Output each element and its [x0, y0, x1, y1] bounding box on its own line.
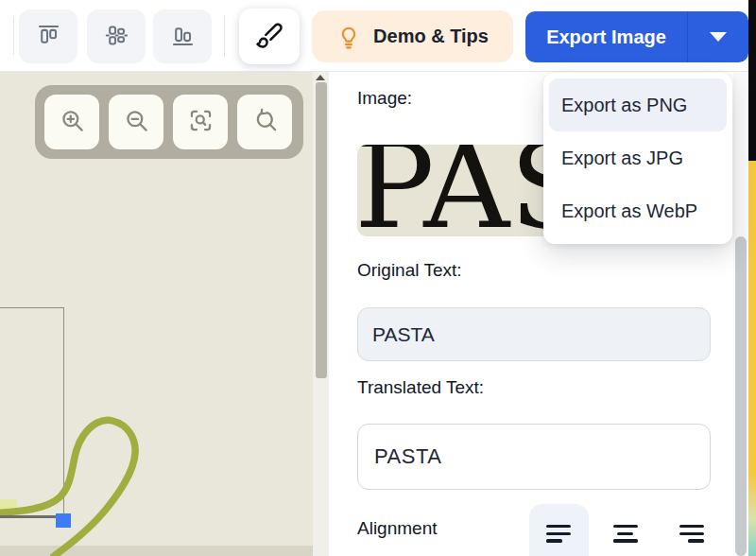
- app-window: Demo & Tips Export Image: [0, 0, 756, 556]
- menu-item-export-jpg[interactable]: Export as JPG: [549, 131, 727, 184]
- demo-tips-button[interactable]: Demo & Tips: [312, 10, 513, 62]
- align-text-right-button[interactable]: [662, 504, 721, 556]
- zoom-reset-button[interactable]: [237, 95, 292, 149]
- menu-item-export-webp[interactable]: Export as WebP: [549, 184, 727, 237]
- align-bottom-icon: [170, 23, 196, 51]
- translated-text-input[interactable]: [357, 424, 711, 490]
- caret-down-icon: [710, 32, 727, 42]
- export-dropdown-toggle[interactable]: [688, 11, 748, 62]
- edge-dark-segment: [748, 0, 756, 161]
- demo-tips-label: Demo & Tips: [373, 26, 489, 47]
- canvas-zoom-toolbar: [35, 85, 303, 159]
- original-text-label: Original Text:: [357, 260, 462, 281]
- format-brush-button[interactable]: [239, 9, 300, 64]
- editor-canvas[interactable]: [0, 72, 313, 556]
- align-vertical-centers-icon: [104, 23, 129, 51]
- alignment-label: Alignment: [357, 518, 438, 539]
- toolbar-divider: [13, 17, 14, 55]
- align-center-icon: [613, 525, 638, 528]
- original-text-input[interactable]: [357, 307, 711, 361]
- window-edge-strip: [748, 0, 756, 556]
- canvas-scrollbar-thumb[interactable]: [316, 82, 327, 378]
- zoom-in-button[interactable]: [44, 95, 99, 149]
- panel-scrollbar-thumb[interactable]: [735, 236, 747, 556]
- zoom-reset-icon: [252, 108, 278, 136]
- export-image-button[interactable]: Export Image: [525, 11, 748, 62]
- zoom-out-button[interactable]: [109, 95, 163, 149]
- scroll-up-arrow-icon[interactable]: [316, 75, 325, 80]
- align-top-icon: [36, 23, 61, 51]
- zoom-out-icon: [124, 108, 149, 136]
- panel-scrollbar[interactable]: [733, 72, 748, 556]
- export-dropdown-menu: Export as PNG Export as JPG Export as We…: [543, 73, 732, 244]
- toolbar-divider: [224, 15, 225, 57]
- edge-yellow-segment: [748, 161, 756, 473]
- export-image-label: Export Image: [525, 11, 687, 62]
- image-label: Image:: [357, 88, 412, 109]
- align-left-icon: [546, 525, 571, 528]
- translated-text-label: Translated Text:: [357, 377, 484, 398]
- zoom-fit-button[interactable]: [173, 95, 228, 149]
- align-bottom-button[interactable]: [153, 9, 212, 63]
- align-text-center-button[interactable]: [595, 504, 655, 556]
- align-right-icon: [679, 525, 704, 528]
- canvas-scrollbar[interactable]: [313, 72, 329, 556]
- zoom-in-icon: [60, 108, 85, 136]
- lightbulb-icon: [336, 24, 361, 50]
- align-middle-button[interactable]: [87, 9, 146, 63]
- menu-item-export-png[interactable]: Export as PNG: [549, 78, 727, 131]
- zoom-fit-icon: [188, 108, 214, 136]
- align-top-button[interactable]: [19, 9, 77, 63]
- edge-gradient-segment: [748, 473, 756, 556]
- paintbrush-icon: [255, 21, 284, 52]
- top-toolbar: Demo & Tips Export Image: [0, 0, 748, 72]
- selection-resize-handle[interactable]: [56, 513, 71, 528]
- align-text-left-button[interactable]: [529, 504, 589, 556]
